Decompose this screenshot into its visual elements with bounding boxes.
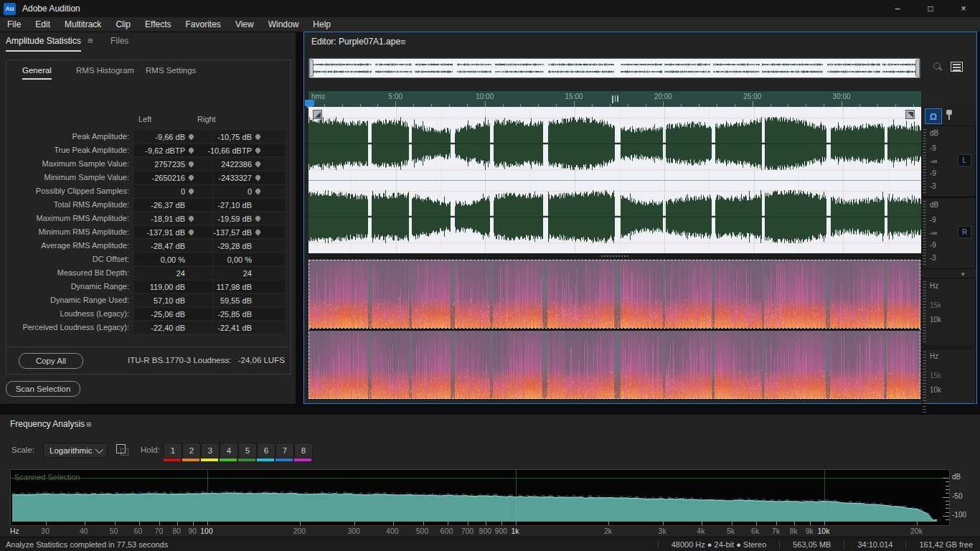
hold-button-3[interactable]: 3	[201, 443, 220, 458]
stat-label: Dynamic Range Used:	[7, 293, 129, 307]
wave-spectral-splitter[interactable]	[308, 253, 976, 260]
overview-navigator[interactable]	[308, 58, 920, 78]
tab-rms-histogram[interactable]: RMS Histogram	[76, 66, 134, 75]
hz-scale-left[interactable]: Hz15k10k	[922, 278, 976, 347]
value-pin-icon[interactable]	[188, 229, 195, 236]
overview-left-handle[interactable]	[309, 60, 314, 77]
scale-tick-label: -∞	[930, 157, 937, 165]
selection-handle-right[interactable]	[905, 110, 915, 119]
scale-tick-label: Hz	[930, 282, 938, 290]
tab-general[interactable]: General	[22, 66, 52, 80]
hold-color-swatch	[220, 458, 237, 461]
value-pin-icon[interactable]	[188, 133, 195, 141]
scale-tick-label: -9	[930, 241, 936, 249]
menu-window[interactable]: Window	[261, 17, 306, 32]
selection-handle-left[interactable]	[313, 110, 322, 119]
menu-file[interactable]: File	[0, 17, 28, 32]
stat-label: Total RMS Amplitude:	[7, 198, 129, 212]
maximize-button[interactable]: □	[914, 0, 947, 17]
hold-button-6[interactable]: 6	[257, 443, 275, 458]
menu-help[interactable]: Help	[306, 17, 338, 32]
stat-label: Maximum Sample Value:	[7, 157, 129, 171]
minimize-button[interactable]: –	[881, 0, 914, 17]
value-pin-icon[interactable]	[255, 161, 262, 168]
itu-loudness-value: -24,06 LUFS	[238, 356, 285, 364]
overview-waveform	[313, 59, 916, 77]
scale-tick-label: 10k	[930, 386, 941, 394]
close-button[interactable]: ×	[947, 0, 980, 17]
collapse-arrow-icon[interactable]: ▾	[961, 270, 965, 278]
tab-amplitude-statistics[interactable]: Amplitude Statistics	[6, 36, 81, 52]
editor-menu-icon[interactable]: ≡	[400, 37, 406, 47]
value-pin-icon[interactable]	[255, 147, 262, 154]
menu-clip[interactable]: Clip	[108, 17, 138, 32]
ruler-tick	[663, 101, 664, 107]
value-pin-icon[interactable]	[188, 161, 195, 168]
spectrogram-display[interactable]	[308, 260, 920, 399]
value-pin-icon[interactable]	[255, 215, 262, 222]
tab-rms-settings[interactable]: RMS Settings	[146, 66, 196, 75]
table-row: Minimum Sample Value:-2650216-2433327	[7, 171, 289, 184]
value-pin-icon[interactable]	[255, 133, 262, 141]
frequency-chart-canvas[interactable]	[11, 470, 949, 525]
hold-button-7[interactable]: 7	[275, 443, 294, 458]
waveform-canvas[interactable]	[308, 107, 921, 253]
freq-x-label: 100	[200, 527, 213, 535]
hold-button-1[interactable]: 1	[164, 443, 182, 458]
copy-all-button[interactable]: Copy All	[19, 353, 83, 369]
snap-magnet-icon[interactable]: Ω	[925, 108, 942, 124]
frequency-panel-menu-icon[interactable]: ≡	[86, 419, 92, 430]
tab-files[interactable]: Files	[110, 36, 128, 46]
freq-x-label: 700	[461, 527, 474, 535]
waveform-display[interactable]	[308, 107, 921, 253]
scale-tick-label: Hz	[930, 352, 938, 360]
menu-effects[interactable]: Effects	[138, 17, 178, 32]
value-pin-icon[interactable]	[188, 215, 195, 222]
stat-value-right: -2433327	[213, 171, 285, 184]
stat-label: Minimum RMS Amplitude:	[7, 225, 129, 239]
zoom-navigate-icon[interactable]	[931, 61, 944, 74]
freq-x-label: 20k	[910, 527, 923, 535]
menu-edit[interactable]: Edit	[28, 17, 57, 32]
hz-scale-right[interactable]: Hz15k10k	[922, 348, 976, 416]
status-file-size: 563,05 MB	[779, 540, 844, 549]
scale-tick-label: 15k	[930, 301, 941, 309]
menu-favorites[interactable]: Favorites	[179, 17, 228, 32]
value-pin-icon[interactable]	[188, 188, 195, 195]
scale-tick-label: -9	[930, 216, 936, 224]
channel-badge-right[interactable]: R	[958, 226, 971, 238]
stat-value-right: -29,28 dB	[213, 240, 285, 252]
marker-pin-icon[interactable]	[946, 110, 953, 121]
value-pin-icon[interactable]	[255, 188, 262, 195]
channel-badge-left[interactable]: L	[958, 154, 971, 166]
table-row: Total RMS Amplitude:-26,37 dB-27,10 dB	[7, 198, 289, 212]
marker-cluster-icon[interactable]	[612, 95, 618, 103]
hold-button-2[interactable]: 2	[182, 443, 201, 458]
window-title: Adobe Audition	[22, 4, 80, 14]
menu-multitrack[interactable]: Multitrack	[57, 17, 108, 32]
scale-ticks	[923, 129, 926, 194]
scan-selection-button[interactable]: Scan Selection	[6, 381, 80, 397]
status-format[interactable]: 48000 Hz ● 24-bit ● Stereo	[658, 540, 780, 549]
scale-dropdown[interactable]: Logarithmic	[43, 443, 108, 458]
hold-button-5[interactable]: 5	[238, 443, 257, 458]
hold-button-8[interactable]: 8	[294, 443, 313, 458]
stat-value-right: 24	[213, 267, 285, 279]
scale-tick-label: -3	[930, 182, 936, 190]
hold-button-4[interactable]: 4	[220, 443, 238, 458]
menu-view[interactable]: View	[228, 17, 261, 32]
status-free-space: 161,42 GB free	[905, 540, 980, 549]
panel-menu-icon[interactable]: ≡	[88, 35, 93, 46]
copy-graph-icon[interactable]	[116, 444, 128, 455]
value-pin-icon[interactable]	[255, 229, 262, 236]
table-row: Average RMS Amplitude:-28,47 dB-29,28 dB	[7, 239, 289, 253]
value-pin-icon[interactable]	[188, 174, 195, 182]
value-pin-icon[interactable]	[255, 174, 262, 182]
timeline-ruler[interactable]: hms 5:0010:0015:0020:0025:0030:00	[308, 91, 921, 107]
frequency-chart[interactable]	[10, 469, 950, 526]
value-pin-icon[interactable]	[188, 147, 195, 154]
overview-right-handle[interactable]	[915, 60, 920, 77]
table-row: Dynamic Range:119,00 dB117,98 dB	[7, 280, 289, 293]
editor-layout-icon[interactable]	[951, 62, 963, 72]
frequency-panel-title[interactable]: Frequency Analysis	[10, 419, 85, 429]
